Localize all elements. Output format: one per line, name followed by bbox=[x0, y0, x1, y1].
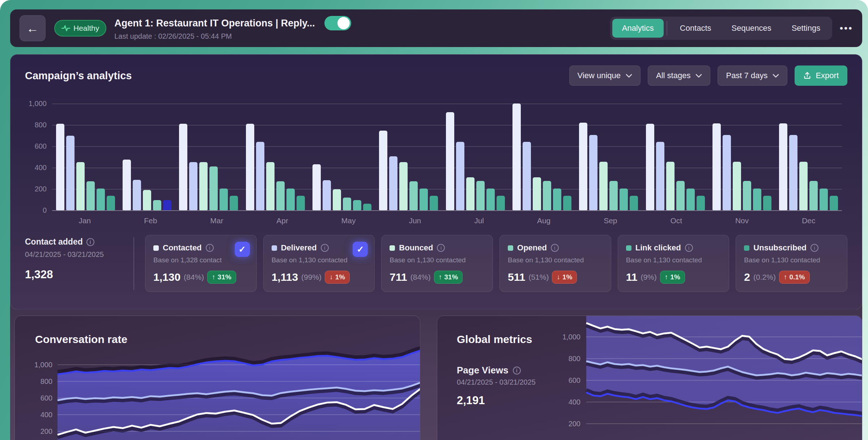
bar-apr-unsubscribed[interactable] bbox=[297, 196, 305, 210]
bar-mar-link-clicked[interactable] bbox=[220, 189, 228, 210]
filter-dropdown-all-stages[interactable]: All stages bbox=[648, 65, 710, 86]
metric-card-delivered[interactable]: Deliveredi✓Base on 1,130 contacted1,113(… bbox=[263, 235, 375, 292]
filter-dropdown-past-7-days[interactable]: Past 7 days bbox=[718, 65, 787, 86]
bar-aug-bounced[interactable] bbox=[533, 177, 541, 210]
agent-active-toggle[interactable] bbox=[324, 16, 351, 30]
bar-oct-delivered[interactable] bbox=[656, 142, 664, 210]
bar-nov-delivered[interactable] bbox=[723, 135, 731, 210]
metric-checkbox-checked[interactable]: ✓ bbox=[353, 242, 368, 257]
bar-mar-bounced[interactable] bbox=[199, 162, 208, 210]
bar-jan-link-clicked[interactable] bbox=[97, 189, 105, 210]
bar-mar-contacted[interactable] bbox=[179, 124, 187, 210]
bar-jun-link-clicked[interactable] bbox=[420, 189, 428, 210]
bar-sep-opened[interactable] bbox=[609, 181, 618, 210]
bar-jan-bounced[interactable] bbox=[76, 162, 85, 210]
info-icon[interactable]: i bbox=[551, 244, 559, 252]
bar-feb-bounced[interactable] bbox=[143, 190, 151, 210]
bar-jan-contacted[interactable] bbox=[56, 124, 64, 210]
info-icon[interactable]: i bbox=[685, 244, 693, 252]
bar-dec-link-clicked[interactable] bbox=[820, 189, 828, 210]
bar-jul-opened[interactable] bbox=[476, 181, 485, 210]
bar-sep-contacted[interactable] bbox=[579, 123, 587, 210]
bar-aug-delivered[interactable] bbox=[523, 142, 531, 210]
metric-value: 1,130 bbox=[153, 271, 180, 283]
bar-feb-opened[interactable] bbox=[153, 200, 161, 210]
filter-dropdown-view-unique[interactable]: View unique bbox=[569, 65, 641, 86]
metric-card-contacted[interactable]: Contactedi✓Base on 1,328 contact1,130(84… bbox=[145, 235, 257, 292]
bar-jun-opened[interactable] bbox=[409, 181, 418, 210]
bar-sep-bounced[interactable] bbox=[599, 162, 608, 210]
tab-sequences[interactable]: Sequences bbox=[722, 19, 781, 38]
export-button[interactable]: Export bbox=[795, 65, 847, 86]
bar-nov-unsubscribed[interactable] bbox=[763, 196, 771, 210]
bar-jul-link-clicked[interactable] bbox=[486, 189, 495, 210]
bar-dec-opened[interactable] bbox=[809, 181, 818, 210]
bar-jun-bounced[interactable] bbox=[399, 162, 408, 210]
bar-apr-delivered[interactable] bbox=[256, 142, 264, 210]
bar-feb-delivered[interactable] bbox=[133, 180, 141, 210]
info-icon[interactable]: i bbox=[513, 367, 521, 375]
bar-oct-link-clicked[interactable] bbox=[686, 189, 695, 210]
bar-feb-contacted[interactable] bbox=[123, 160, 131, 210]
bar-apr-contacted[interactable] bbox=[246, 124, 254, 210]
bar-may-unsubscribed[interactable] bbox=[363, 204, 371, 210]
bar-apr-opened[interactable] bbox=[276, 181, 285, 210]
bar-nov-opened[interactable] bbox=[743, 181, 751, 210]
tab-analytics[interactable]: Analytics bbox=[612, 19, 664, 38]
info-icon[interactable]: i bbox=[86, 238, 94, 246]
tab-contacts[interactable]: Contacts bbox=[670, 19, 721, 38]
bar-jan-unsubscribed[interactable] bbox=[107, 196, 115, 210]
more-menu-button[interactable]: ●●● bbox=[839, 25, 853, 32]
info-icon[interactable]: i bbox=[206, 244, 214, 252]
bar-jan-delivered[interactable] bbox=[66, 136, 75, 211]
bar-aug-opened[interactable] bbox=[543, 181, 551, 210]
metric-checkbox-checked[interactable]: ✓ bbox=[235, 242, 250, 257]
metric-card-bounced[interactable]: BouncediBase on 1,130 contacted711(84%)↑… bbox=[381, 235, 493, 292]
bar-aug-link-clicked[interactable] bbox=[553, 189, 561, 210]
bar-oct-unsubscribed[interactable] bbox=[697, 196, 705, 210]
bar-jul-bounced[interactable] bbox=[466, 177, 475, 210]
bar-jun-unsubscribed[interactable] bbox=[430, 196, 438, 210]
bar-sep-delivered[interactable] bbox=[589, 135, 597, 210]
bar-may-link-clicked[interactable] bbox=[353, 200, 361, 210]
info-icon[interactable]: i bbox=[437, 244, 445, 252]
bar-dec-unsubscribed[interactable] bbox=[830, 196, 838, 210]
bar-dec-contacted[interactable] bbox=[779, 123, 787, 210]
bar-jul-delivered[interactable] bbox=[456, 142, 464, 210]
metric-card-opened[interactable]: OpenediBase on 1,130 contacted511(51%)↓1… bbox=[499, 235, 611, 292]
bar-jun-contacted[interactable] bbox=[379, 131, 387, 210]
bar-oct-bounced[interactable] bbox=[666, 162, 675, 210]
bar-sep-unsubscribed[interactable] bbox=[630, 196, 638, 210]
bar-jul-unsubscribed[interactable] bbox=[497, 196, 505, 210]
metric-card-unsubscribed[interactable]: UnsubscribediBase on 1,130 contacted2(0.… bbox=[736, 235, 847, 292]
bar-nov-link-clicked[interactable] bbox=[753, 189, 761, 210]
bar-nov-bounced[interactable] bbox=[733, 162, 741, 210]
metric-card-link-clicked[interactable]: Link clickediBase on 1,130 contacted11(9… bbox=[618, 235, 729, 292]
info-icon[interactable]: i bbox=[321, 244, 329, 252]
bar-oct-opened[interactable] bbox=[676, 181, 685, 210]
info-icon[interactable]: i bbox=[810, 244, 818, 252]
bar-jul-contacted[interactable] bbox=[446, 112, 454, 210]
back-button[interactable]: ← bbox=[20, 15, 46, 41]
bar-mar-delivered[interactable] bbox=[189, 162, 197, 210]
bar-jan-opened[interactable] bbox=[86, 181, 95, 210]
bar-may-opened[interactable] bbox=[343, 198, 351, 210]
bar-may-contacted[interactable] bbox=[312, 164, 321, 210]
bar-oct-contacted[interactable] bbox=[646, 124, 654, 210]
bar-may-delivered[interactable] bbox=[323, 180, 331, 210]
bar-mar-unsubscribed[interactable] bbox=[230, 196, 238, 210]
bar-nov-contacted[interactable] bbox=[712, 123, 721, 210]
bar-feb-link-clicked[interactable] bbox=[163, 200, 171, 210]
bar-sep-link-clicked[interactable] bbox=[620, 189, 628, 210]
bar-jun-delivered[interactable] bbox=[389, 156, 397, 210]
bar-aug-unsubscribed[interactable] bbox=[563, 196, 571, 210]
tab-settings[interactable]: Settings bbox=[782, 19, 830, 38]
bar-dec-delivered[interactable] bbox=[789, 135, 797, 210]
bar-aug-contacted[interactable] bbox=[512, 103, 521, 210]
bar-mar-opened[interactable] bbox=[209, 166, 218, 210]
bar-apr-bounced[interactable] bbox=[266, 162, 275, 210]
filter-label: View unique bbox=[578, 71, 621, 80]
bar-may-bounced[interactable] bbox=[333, 189, 341, 210]
bar-apr-link-clicked[interactable] bbox=[286, 189, 295, 210]
bar-dec-bounced[interactable] bbox=[799, 162, 808, 210]
